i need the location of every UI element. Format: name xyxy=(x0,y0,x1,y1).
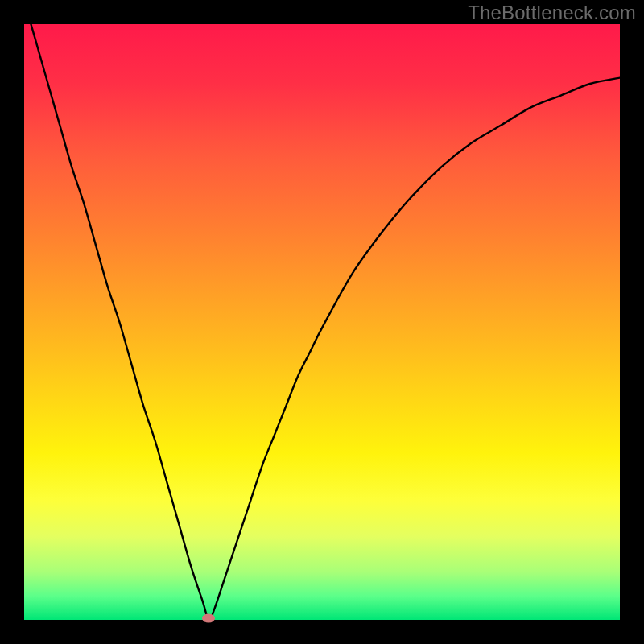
chart-plot xyxy=(24,24,620,620)
gradient-background xyxy=(24,24,620,620)
watermark-text: TheBottleneck.com xyxy=(468,2,636,24)
optimal-point-marker xyxy=(202,614,215,623)
chart-frame: TheBottleneck.com xyxy=(0,0,644,644)
